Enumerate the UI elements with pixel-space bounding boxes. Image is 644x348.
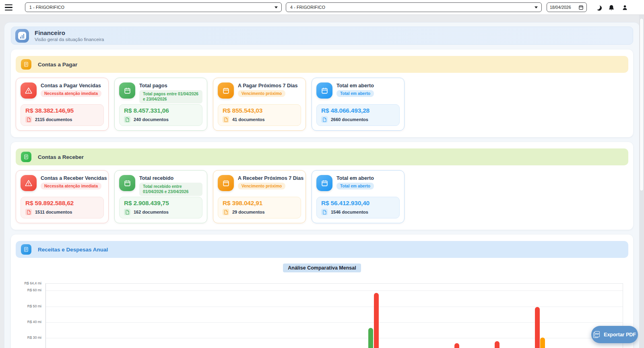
scrollbar-thumb[interactable] <box>640 18 644 191</box>
stat-badge: Vencimento próximo <box>238 90 285 97</box>
chart-bar-red[interactable] <box>454 343 459 348</box>
stat-docs: 2115 documentos <box>35 117 72 122</box>
document-icon <box>223 116 229 123</box>
calendar-icon <box>316 82 332 99</box>
pagar-cards-row: Contas a Pagar Vencidas Necessita atençã… <box>16 78 628 131</box>
stat-card-pagar-total-em-aberto: Total em aberto Total em aberto R$ 48.06… <box>312 78 405 131</box>
stat-card-total-recebido: Total recebido Total recebido entre 01/0… <box>114 170 207 223</box>
stat-title: Total em aberto <box>336 83 374 89</box>
dark-mode-moon-icon[interactable] <box>594 3 603 12</box>
chart-bar-green[interactable] <box>368 328 373 348</box>
stat-title: Contas a Receber Vencidas <box>41 175 104 181</box>
stat-value: R$ 59.892.588,62 <box>25 200 99 207</box>
finance-chart-icon <box>15 29 29 43</box>
stat-title: Contas a Pagar Vencidas <box>41 83 101 89</box>
chart-bar-orange[interactable] <box>540 338 545 348</box>
chart-bar-red[interactable] <box>495 341 500 348</box>
stat-value: R$ 398.042,91 <box>223 200 296 207</box>
stat-badge: Total em aberto <box>336 183 374 189</box>
warning-icon <box>21 175 37 191</box>
warning-icon <box>21 82 37 99</box>
page-subtitle: Visão geral da situação financeira <box>35 37 104 42</box>
section-title: Contas a Pagar <box>38 62 77 68</box>
stat-docs: 29 documentos <box>232 210 265 214</box>
receipt-icon <box>21 244 31 255</box>
stat-badge: Vencimento próximo <box>238 183 285 189</box>
scrollbar-track[interactable] <box>639 15 644 348</box>
stat-value: R$ 56.412.930,40 <box>321 200 395 207</box>
top-bar: 1 - FRIGORIFICO 4 - FRIGORIFICO 18/04/20… <box>0 0 644 15</box>
stat-card-receber-vencidas: Contas a Receber Vencidas Necessita aten… <box>16 170 109 223</box>
stat-value: R$ 855.543,03 <box>223 107 296 114</box>
document-icon <box>25 116 32 123</box>
pdf-icon: PDF <box>593 331 601 338</box>
receipt-icon <box>21 152 31 162</box>
chevron-down-icon <box>535 6 538 8</box>
stat-value-panel: R$ 2.908.439,75 162 documentos <box>119 197 202 218</box>
stat-card-total-pagos: Total pagos Total pagos entre 01/04/2026… <box>114 78 207 131</box>
calendar-icon <box>119 175 135 191</box>
stat-value-panel: R$ 59.892.588,62 1511 documentos <box>21 197 104 218</box>
document-icon <box>223 209 229 215</box>
stat-value-panel: R$ 855.543,03 41 documentos <box>218 104 301 126</box>
stat-card-pagar-proximos-7-dias: A Pagar Próximos 7 Dias Vencimento próxi… <box>213 78 306 131</box>
y-axis-tick-label: R$ 30 mi <box>27 336 41 340</box>
receipt-icon <box>21 59 31 70</box>
user-profile-icon[interactable] <box>620 3 629 12</box>
stat-value: R$ 48.066.493,28 <box>321 107 395 114</box>
stat-badge: Total recebido entre 01/04/2026 e 23/04/… <box>139 183 202 196</box>
branch-select[interactable]: 4 - FRIGORIFICO <box>286 2 542 12</box>
stat-value: R$ 2.908.439,75 <box>124 200 198 207</box>
date-value: 18/04/2026 <box>550 5 571 10</box>
company-select-value: 1 - FRIGORIFICO <box>29 5 64 10</box>
calendar-icon <box>218 175 234 191</box>
stat-card-pagar-vencidas: Contas a Pagar Vencidas Necessita atençã… <box>16 78 109 131</box>
chart-plot <box>45 283 623 348</box>
chevron-down-icon <box>275 6 278 8</box>
stat-card-receber-proximos-7-dias: A Receber Próximos 7 Dias Vencimento pró… <box>213 170 306 223</box>
calendar-icon <box>119 82 135 99</box>
document-icon <box>124 116 130 123</box>
chart-bar-red[interactable] <box>374 293 379 348</box>
dashboard-container: Financeiro Visão geral da situação finan… <box>4 22 640 348</box>
y-axis-tick-label: R$ 64,4 mi <box>24 281 41 285</box>
contas-a-pagar-banner: Contas a Pagar <box>16 56 628 73</box>
calendar-icon[interactable] <box>578 5 584 10</box>
stat-docs: 240 documentos <box>134 117 169 122</box>
calendar-icon <box>218 82 234 99</box>
date-input[interactable]: 18/04/2026 <box>547 2 587 12</box>
y-axis-tick-label: R$ 50 mi <box>27 304 41 308</box>
chart-title: Análise Comparativa Mensal <box>283 264 361 272</box>
stat-value-panel: R$ 398.042,91 29 documentos <box>218 197 301 218</box>
export-pdf-button[interactable]: PDF Exportar PDF <box>591 326 638 343</box>
stat-docs: 1546 documentos <box>331 210 368 214</box>
stat-title: A Receber Próximos 7 Dias <box>238 175 301 181</box>
stat-value-panel: R$ 48.066.493,28 2660 documentos <box>316 104 400 126</box>
stat-badge: Necessita atenção imediata <box>41 183 101 189</box>
stat-badge: Total em aberto <box>336 90 374 97</box>
stat-docs: 41 documentos <box>232 117 265 122</box>
contas-a-pagar-card: Contas a Pagar Contas a Pagar Vencidas N… <box>11 49 633 137</box>
stat-value: R$ 38.382.146,95 <box>25 107 99 114</box>
company-select[interactable]: 1 - FRIGORIFICO <box>25 2 282 12</box>
section-title: Receitas e Despesas Anual <box>38 247 108 253</box>
document-icon <box>321 209 328 215</box>
export-pdf-label: Exportar PDF <box>604 332 636 338</box>
document-icon <box>124 209 130 215</box>
receber-cards-row: Contas a Receber Vencidas Necessita aten… <box>16 170 628 223</box>
receitas-despesas-card: Receitas e Despesas Anual Análise Compar… <box>11 235 633 348</box>
chart-bar-red[interactable] <box>535 307 540 348</box>
chart-gridline <box>46 290 623 291</box>
stat-card-receber-total-em-aberto: Total em aberto Total em aberto R$ 56.41… <box>312 170 405 223</box>
contas-a-receber-card: Contas a Receber Contas a Receber Vencid… <box>11 142 633 230</box>
document-icon <box>321 116 328 123</box>
notifications-bell-icon[interactable] <box>607 3 616 12</box>
stat-docs: 162 documentos <box>134 210 169 214</box>
stat-title: Total em aberto <box>336 175 374 181</box>
stat-title: A Pagar Próximos 7 Dias <box>238 83 298 89</box>
financeiro-header-banner: Financeiro Visão geral da situação finan… <box>11 27 633 45</box>
y-axis-tick-label: R$ 40 mi <box>27 320 41 324</box>
stat-title: Total recebido <box>139 175 202 181</box>
section-title: Contas a Receber <box>38 154 84 160</box>
hamburger-menu-icon[interactable] <box>5 4 12 10</box>
